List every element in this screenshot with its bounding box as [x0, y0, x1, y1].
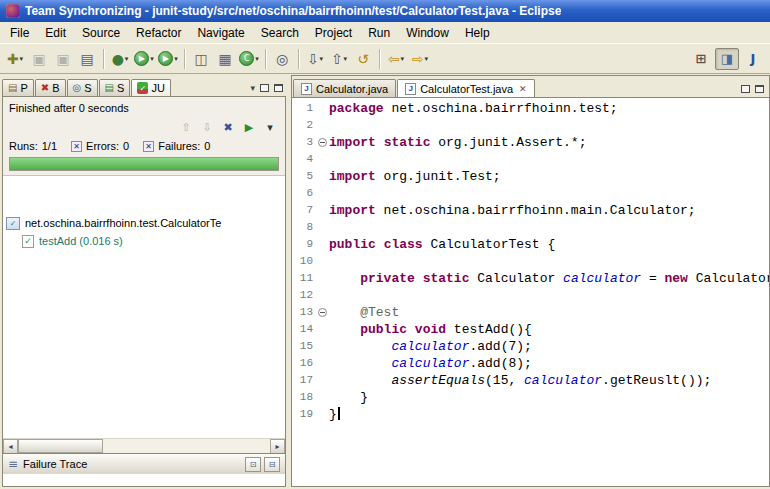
errors-count: ✕ Errors: 0: [71, 140, 129, 152]
maximize-editor-icon[interactable]: [755, 85, 764, 93]
save-button[interactable]: ▣: [28, 48, 50, 70]
code-text[interactable]: import net.oschina.bairrfhoinn.main.Calc…: [329, 202, 769, 219]
print-icon: ▤: [80, 52, 93, 66]
code-text[interactable]: [329, 117, 769, 134]
menu-file[interactable]: File: [2, 23, 37, 43]
line-number: 1: [292, 100, 316, 117]
editor-tab-calculatortest-java[interactable]: JCalculatorTest.java✕: [397, 79, 534, 97]
code-text[interactable]: [329, 151, 769, 168]
line-number: 12: [292, 287, 316, 304]
editor-area: JCalculator.javaJCalculatorTest.java✕ 1p…: [291, 75, 770, 487]
test-tree-item[interactable]: ✓net.oschina.bairrfhoinn.test.Calculator…: [3, 214, 285, 232]
close-tab-icon[interactable]: ✕: [519, 84, 527, 94]
last-edit-location-button[interactable]: ↺: [352, 48, 374, 70]
view-tab-breakpoints[interactable]: ✖B: [35, 79, 66, 96]
debug-button[interactable]: ●▾: [109, 48, 131, 70]
code-text[interactable]: @Test: [329, 304, 769, 321]
menu-help[interactable]: Help: [457, 23, 498, 43]
view-tab-snippets[interactable]: ▤S: [99, 79, 131, 96]
collapse-icon[interactable]: [318, 138, 327, 147]
line-number: 15: [292, 338, 316, 355]
code-text[interactable]: assertEquals(15, calculator.getReuslt())…: [329, 372, 769, 389]
menu-refactor[interactable]: Refactor: [128, 23, 189, 43]
code-text[interactable]: package net.oschina.bairrfhoinn.test;: [329, 100, 769, 117]
new-package-button[interactable]: ▦: [214, 48, 236, 70]
next-failed-test-icon: ⇩: [202, 122, 211, 133]
line-number: 18: [292, 389, 316, 406]
code-text[interactable]: [329, 185, 769, 202]
previous-failed-test-button[interactable]: ⇧: [177, 118, 195, 136]
scroll-right-button[interactable]: ▸: [270, 439, 285, 454]
test-results-tree[interactable]: ✓net.oschina.bairrfhoinn.test.Calculator…: [3, 175, 285, 438]
minimize-editor-icon[interactable]: [741, 85, 750, 93]
dropdown-arrow-icon: ▾: [20, 55, 24, 63]
code-text[interactable]: calculator.add(7);: [329, 338, 769, 355]
enable-stack-filter-button[interactable]: ⊡: [245, 457, 261, 472]
new-wizard-button[interactable]: ✚▾: [4, 48, 26, 70]
run-button[interactable]: ▶▾: [133, 48, 155, 70]
view-tab-junit[interactable]: ✓JU: [131, 79, 170, 96]
code-text[interactable]: public class CalculatorTest {: [329, 236, 769, 253]
test-tree-item[interactable]: ✓testAdd (0.016 s): [3, 232, 285, 250]
code-editor[interactable]: 1package net.oschina.bairrfhoinn.test;23…: [292, 98, 769, 486]
line-number: 17: [292, 372, 316, 389]
code-text[interactable]: calculator.add(8);: [329, 355, 769, 372]
failures-only-button[interactable]: ✖: [219, 118, 237, 136]
next-failed-test-button[interactable]: ⇩: [198, 118, 216, 136]
fold-margin: [316, 270, 329, 287]
view-menu-icon[interactable]: ▾: [250, 83, 255, 93]
menu-source[interactable]: Source: [74, 23, 128, 43]
prev-annotation-button[interactable]: ⇧▾: [328, 48, 350, 70]
fold-margin: [316, 287, 329, 304]
maximize-view-icon[interactable]: [274, 84, 283, 92]
compare-result-button[interactable]: ⊟: [264, 457, 280, 472]
test-history-menu-icon: ▾: [267, 122, 273, 133]
junit-progress-bar: [9, 157, 279, 171]
minimize-view-icon[interactable]: [260, 84, 269, 92]
code-text[interactable]: }: [329, 389, 769, 406]
collapse-icon[interactable]: [318, 308, 327, 317]
search-button[interactable]: ◎: [271, 48, 293, 70]
menu-run[interactable]: Run: [360, 23, 398, 43]
scroll-left-button[interactable]: ◂: [3, 439, 18, 454]
new-java-project-button[interactable]: ◫: [190, 48, 212, 70]
code-line: 5import org.junit.Test;: [292, 168, 769, 185]
scrollbar-thumb[interactable]: [18, 439, 103, 453]
title-bar[interactable]: Team Synchronizing - junit-study/src/net…: [0, 0, 770, 22]
code-text[interactable]: [329, 219, 769, 236]
code-text[interactable]: public void testAdd(){: [329, 321, 769, 338]
code-text[interactable]: import static org.junit.Assert.*;: [329, 134, 769, 151]
new-class-button[interactable]: C▾: [238, 48, 260, 70]
print-button[interactable]: ▤: [76, 48, 98, 70]
back-button[interactable]: ⇦▾: [385, 48, 407, 70]
code-text[interactable]: [329, 253, 769, 270]
dropdown-arrow-icon: ▾: [401, 55, 405, 63]
code-text[interactable]: [329, 287, 769, 304]
junit-view-body: Finished after 0 seconds ⇧⇩✖▶▾ Runs: 1/1…: [2, 96, 286, 487]
code-text[interactable]: }: [329, 406, 769, 423]
code-text[interactable]: import org.junit.Test;: [329, 168, 769, 185]
errors-label: Errors:: [86, 140, 119, 152]
save-all-button[interactable]: ▣: [52, 48, 74, 70]
scrollbar-track[interactable]: [18, 439, 270, 453]
code-line: 9public class CalculatorTest {: [292, 236, 769, 253]
test-history-menu-button[interactable]: ▾: [261, 118, 279, 136]
menu-edit[interactable]: Edit: [37, 23, 74, 43]
java-file-icon: J: [301, 83, 312, 95]
java-perspective-button[interactable]: J: [741, 48, 765, 70]
editor-tab-calculator-java[interactable]: JCalculator.java: [293, 79, 396, 97]
tree-horizontal-scrollbar[interactable]: ◂ ▸: [3, 438, 285, 453]
open-perspective-button[interactable]: ⊞: [689, 48, 713, 70]
menu-search[interactable]: Search: [253, 23, 307, 43]
forward-button[interactable]: ⇨▾: [409, 48, 431, 70]
menu-navigate[interactable]: Navigate: [189, 23, 252, 43]
code-text[interactable]: private static Calculator calculator = n…: [329, 270, 769, 287]
external-tools-button[interactable]: ▶▾: [157, 48, 179, 70]
view-tab-search-view[interactable]: ◎S: [67, 79, 98, 96]
rerun-test-button[interactable]: ▶: [240, 118, 258, 136]
view-tab-package-explorer[interactable]: ▤P: [2, 79, 34, 96]
next-annotation-button[interactable]: ⇩▾: [304, 48, 326, 70]
menu-window[interactable]: Window: [398, 23, 457, 43]
menu-project[interactable]: Project: [307, 23, 360, 43]
team-sync-perspective-button[interactable]: ◨: [715, 48, 739, 70]
